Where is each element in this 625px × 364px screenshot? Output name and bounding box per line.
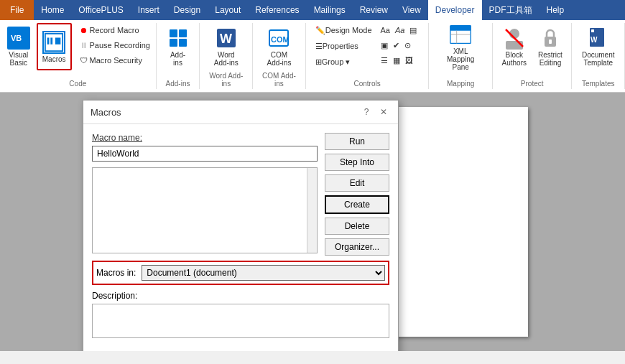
menu-home[interactable]: Home (34, 0, 71, 20)
list-scrollbar[interactable] (307, 168, 317, 253)
menu-layout[interactable]: Layout (208, 0, 248, 20)
organizer-button[interactable]: Organizer... (325, 238, 389, 256)
ribbon: VB VisualBasic Macros (0, 20, 625, 93)
com-group-label: COM Add-ins (259, 70, 300, 89)
mapping-group-content: XML MappingPane (435, 23, 486, 78)
ctrl-btn-7[interactable]: ☰ (379, 53, 390, 67)
ribbon-group-word-addins: W WordAdd-ins Word Add-ins (200, 23, 253, 89)
addins-icon (167, 27, 190, 50)
document-template-button[interactable]: W DocumentTemplate (577, 23, 620, 70)
dialog-body: Macro name: Run Step Into Edit Create De… (83, 124, 398, 351)
code-small-buttons: ⏺ Record Macro ⏸ Pause Recording 🛡 Macro… (76, 23, 154, 67)
code-group-content: VB VisualBasic Macros (2, 23, 154, 78)
document-template-icon: W (587, 27, 610, 50)
menu-mailings[interactable]: Mailings (307, 0, 353, 20)
restrict-editing-button[interactable]: RestrictEditing (533, 23, 568, 70)
ribbon-group-addins: Add-ins Add-ins (157, 23, 200, 89)
menu-design[interactable]: Design (167, 0, 208, 20)
svg-rect-8 (170, 39, 177, 47)
ctrl-btn-9[interactable]: 🖼 (403, 53, 415, 67)
group-icon: ⊞ (315, 57, 322, 67)
svg-rect-15 (450, 25, 471, 30)
code-group-label: Code (69, 78, 86, 89)
menu-file[interactable]: File (0, 0, 34, 20)
ctrl-btn-3[interactable]: ▤ (407, 23, 419, 37)
svg-rect-24 (591, 29, 594, 32)
menu-review[interactable]: Review (353, 0, 395, 20)
description-box[interactable] (92, 304, 389, 338)
visual-basic-icon: VB (7, 27, 30, 50)
ctrl-btn-6[interactable]: ⊙ (402, 38, 413, 52)
run-button[interactable]: Run (325, 133, 389, 150)
menu-bar: File Home OfficePLUS Insert Design Layou… (0, 0, 625, 20)
svg-text:COM: COM (271, 35, 290, 44)
dialog-main-row: Macro name: Run Step Into Edit Create De… (92, 133, 389, 261)
visual-basic-label: VisualBasic (9, 51, 28, 67)
restrict-editing-label: RestrictEditing (538, 51, 562, 67)
pause-recording-button[interactable]: ⏸ Pause Recording (76, 38, 154, 52)
macros-dialog: Macros ? ✕ Macro name: (83, 100, 399, 351)
menu-officeplus[interactable]: OfficePLUS (71, 0, 130, 20)
ribbon-group-com: COM COMAdd-ins COM Add-ins (253, 23, 306, 89)
ctrl-btn-2[interactable]: Aa (393, 23, 407, 37)
protect-group-content: BlockAuthors RestrictEditing (497, 23, 568, 78)
ctrl-btn-5[interactable]: ✔ (391, 38, 402, 52)
visual-basic-button[interactable]: VB VisualBasic (2, 23, 35, 70)
menu-developer[interactable]: Developer (428, 0, 482, 20)
ctrl-btn-1[interactable]: Aa (379, 23, 392, 37)
dialog-close-button[interactable]: ✕ (376, 105, 391, 119)
com-addins-button[interactable]: COM COMAdd-ins (262, 23, 297, 70)
protect-group-label: Protect (521, 78, 544, 89)
word-addins-button[interactable]: W WordAdd-ins (209, 23, 244, 70)
dialog-help-button[interactable]: ? (359, 105, 374, 119)
block-authors-button[interactable]: BlockAuthors (497, 23, 532, 70)
macro-security-icon: 🛡 (80, 56, 88, 65)
svg-text:W: W (220, 32, 232, 46)
record-macro-label: Record Macro (90, 26, 139, 34)
menu-pdf[interactable]: PDF工具箱 (482, 0, 540, 20)
step-into-button[interactable]: Step Into (325, 154, 389, 171)
properties-button[interactable]: ☰ Properties (312, 39, 362, 53)
create-button[interactable]: Create (325, 195, 389, 214)
macro-name-label: Macro name: (92, 133, 318, 143)
record-macro-button[interactable]: ⏺ Record Macro (76, 23, 154, 37)
group-label: Group ▾ (322, 57, 351, 67)
word-addins-label: WordAdd-ins (214, 51, 239, 67)
xml-mapping-label: XML MappingPane (440, 47, 481, 71)
design-mode-icon: ✏️ (315, 26, 325, 35)
description-label: Description: (92, 291, 389, 301)
svg-rect-22 (549, 39, 552, 44)
dialog-title: Macros (91, 107, 121, 118)
controls-group-label: Controls (353, 78, 380, 89)
menu-help[interactable]: Help (540, 0, 572, 20)
group-button[interactable]: ⊞ Group ▾ (312, 55, 354, 69)
dialog-titlebar: Macros ? ✕ (83, 101, 398, 124)
ctrl-btn-8[interactable]: ▦ (391, 53, 402, 67)
macros-button[interactable]: Macros (37, 23, 72, 70)
menu-view[interactable]: View (395, 0, 428, 20)
design-mode-button[interactable]: ✏️ Design Mode (312, 23, 376, 37)
menu-references[interactable]: References (248, 0, 306, 20)
svg-rect-7 (179, 29, 187, 37)
delete-button[interactable]: Delete (325, 218, 389, 235)
svg-text:VB: VB (11, 34, 22, 42)
ribbon-group-mapping: XML MappingPane Mapping (429, 23, 493, 89)
addins-button[interactable]: Add-ins (162, 23, 195, 70)
macro-security-button[interactable]: 🛡 Macro Security (76, 53, 154, 67)
ribbon-group-controls: ✏️ Design Mode ☰ Properties ⊞ G (306, 23, 430, 89)
properties-icon: ☰ (315, 42, 323, 51)
macro-name-input[interactable] (92, 146, 318, 162)
menu-insert[interactable]: Insert (131, 0, 167, 20)
macro-list[interactable] (92, 167, 318, 253)
templates-group-label: Templates (582, 78, 615, 89)
macros-label: Macros (42, 55, 66, 63)
ctrl-btn-4[interactable]: ▣ (379, 38, 390, 52)
ribbon-content: VB VisualBasic Macros (0, 20, 625, 92)
svg-rect-5 (50, 36, 51, 47)
macros-in-select[interactable]: Document1 (document) (142, 265, 385, 281)
macros-icon (42, 31, 65, 54)
word-addins-group-label: Word Add-ins (205, 70, 246, 89)
edit-button[interactable]: Edit (325, 174, 389, 192)
xml-mapping-button[interactable]: XML MappingPane (435, 23, 486, 70)
block-authors-label: BlockAuthors (502, 51, 527, 67)
